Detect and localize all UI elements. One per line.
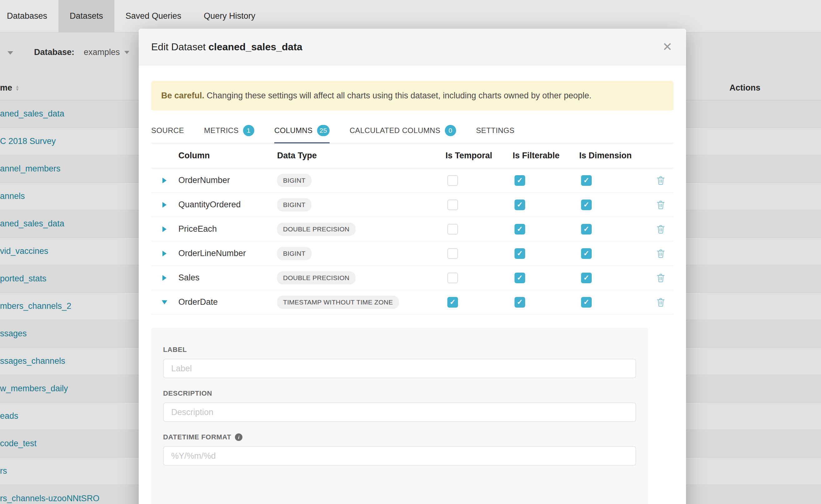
column-name: OrderLineNumber <box>178 249 277 258</box>
trash-icon[interactable] <box>656 175 665 185</box>
warning-banner: Be careful. Changing these settings will… <box>151 81 674 111</box>
is-filterable-checkbox[interactable] <box>515 248 525 259</box>
table-row: PriceEach DOUBLE PRECISION <box>151 217 674 241</box>
is-filterable-checkbox[interactable] <box>515 224 525 235</box>
modal-header: Edit Dataset cleaned_sales_data ✕ <box>139 29 686 65</box>
is-filterable-checkbox[interactable] <box>515 273 525 283</box>
columns-table-header: Column Data Type Is Temporal Is Filterab… <box>151 143 674 168</box>
trash-icon[interactable] <box>656 200 665 210</box>
calculated-columns-count-badge: 0 <box>445 125 456 136</box>
trash-icon[interactable] <box>656 273 665 283</box>
table-row: QuantityOrdered BIGINT <box>151 193 674 217</box>
description-field: DESCRIPTION <box>163 389 636 422</box>
trash-icon[interactable] <box>656 297 665 307</box>
is-temporal-checkbox[interactable] <box>448 200 458 210</box>
trash-icon[interactable] <box>656 249 665 259</box>
column-name: OrderDate <box>178 297 277 307</box>
caret-right-icon[interactable] <box>162 178 166 183</box>
description-input[interactable] <box>163 403 636 422</box>
is-filterable-checkbox[interactable] <box>515 297 525 308</box>
header-column: Column <box>178 151 277 161</box>
tab-label: CALCULATED COLUMNS <box>349 126 441 135</box>
modal-title: Edit Dataset cleaned_sales_data <box>151 41 302 53</box>
modal-tabs: SOURCE METRICS1 COLUMNS25 CALCULATED COL… <box>151 125 674 143</box>
datetime-format-label-text: DATETIME FORMAT <box>163 433 231 441</box>
is-dimension-checkbox[interactable] <box>581 200 592 210</box>
column-name: OrderNumber <box>178 175 277 185</box>
modal-title-prefix: Edit Dataset <box>151 41 208 52</box>
header-is-temporal: Is Temporal <box>446 151 513 161</box>
is-temporal-checkbox[interactable] <box>448 273 458 283</box>
data-type-pill: BIGINT <box>277 174 311 187</box>
close-icon[interactable]: ✕ <box>662 41 672 53</box>
label-field-label: LABEL <box>163 346 636 354</box>
tab-columns[interactable]: COLUMNS25 <box>274 125 329 143</box>
is-dimension-checkbox[interactable] <box>581 297 592 308</box>
description-field-label-text: DESCRIPTION <box>163 389 212 398</box>
datetime-format-field: DATETIME FORMAT i <box>163 433 636 466</box>
column-name: PriceEach <box>178 224 277 234</box>
column-detail-panel: LABEL DESCRIPTION DATETIME FORMAT i <box>151 328 648 504</box>
table-row: Sales DOUBLE PRECISION <box>151 266 674 290</box>
trash-icon[interactable] <box>656 224 665 234</box>
is-temporal-checkbox[interactable] <box>448 297 458 308</box>
is-temporal-checkbox[interactable] <box>448 248 458 259</box>
header-is-dimension: Is Dimension <box>579 151 648 161</box>
tab-label: SETTINGS <box>476 126 515 135</box>
tab-settings[interactable]: SETTINGS <box>476 125 515 143</box>
is-dimension-checkbox[interactable] <box>581 175 592 186</box>
column-name: QuantityOrdered <box>178 200 277 210</box>
tab-metrics[interactable]: METRICS1 <box>204 125 254 143</box>
data-type-pill: BIGINT <box>277 198 311 211</box>
metrics-count-badge: 1 <box>243 125 254 136</box>
data-type-pill: DOUBLE PRECISION <box>277 223 355 236</box>
edit-dataset-modal: Edit Dataset cleaned_sales_data ✕ Be car… <box>139 29 686 504</box>
tab-label: METRICS <box>204 126 239 135</box>
modal-title-dataset-name: cleaned_sales_data <box>208 41 302 52</box>
tab-calculated-columns[interactable]: CALCULATED COLUMNS0 <box>349 125 456 143</box>
data-type-pill: BIGINT <box>277 247 311 260</box>
caret-right-icon[interactable] <box>162 202 166 208</box>
is-temporal-checkbox[interactable] <box>448 175 458 186</box>
caret-right-icon[interactable] <box>162 275 166 281</box>
caret-right-icon[interactable] <box>162 251 166 256</box>
caret-down-icon[interactable] <box>162 300 167 304</box>
description-field-label: DESCRIPTION <box>163 389 636 398</box>
tab-label: SOURCE <box>151 126 184 135</box>
columns-table: Column Data Type Is Temporal Is Filterab… <box>151 143 674 314</box>
is-filterable-checkbox[interactable] <box>515 175 525 186</box>
table-row: OrderNumber BIGINT <box>151 168 674 193</box>
warning-banner-text: Changing these settings will affect all … <box>204 91 591 100</box>
tab-label: COLUMNS <box>274 126 313 135</box>
datetime-format-field-label: DATETIME FORMAT i <box>163 433 636 441</box>
datetime-format-input[interactable] <box>163 446 636 466</box>
tab-source[interactable]: SOURCE <box>151 125 184 143</box>
is-temporal-checkbox[interactable] <box>448 224 458 235</box>
header-data-type: Data Type <box>277 151 446 161</box>
is-dimension-checkbox[interactable] <box>581 224 592 235</box>
caret-right-icon[interactable] <box>162 226 166 232</box>
is-dimension-checkbox[interactable] <box>581 273 592 283</box>
is-filterable-checkbox[interactable] <box>515 200 525 210</box>
info-icon[interactable]: i <box>235 433 242 441</box>
label-input[interactable] <box>163 359 636 378</box>
data-type-pill: DOUBLE PRECISION <box>277 271 355 284</box>
modal-body: Be careful. Changing these settings will… <box>139 81 686 504</box>
warning-banner-title: Be careful. <box>161 91 204 100</box>
is-dimension-checkbox[interactable] <box>581 248 592 259</box>
table-row: OrderLineNumber BIGINT <box>151 241 674 266</box>
label-field-label-text: LABEL <box>163 346 187 354</box>
data-type-pill: TIMESTAMP WITHOUT TIME ZONE <box>277 296 399 309</box>
header-is-filterable: Is Filterable <box>513 151 579 161</box>
column-name: Sales <box>178 273 277 283</box>
label-field: LABEL <box>163 346 636 378</box>
table-row: OrderDate TIMESTAMP WITHOUT TIME ZONE <box>151 290 674 314</box>
columns-count-badge: 25 <box>317 125 329 136</box>
